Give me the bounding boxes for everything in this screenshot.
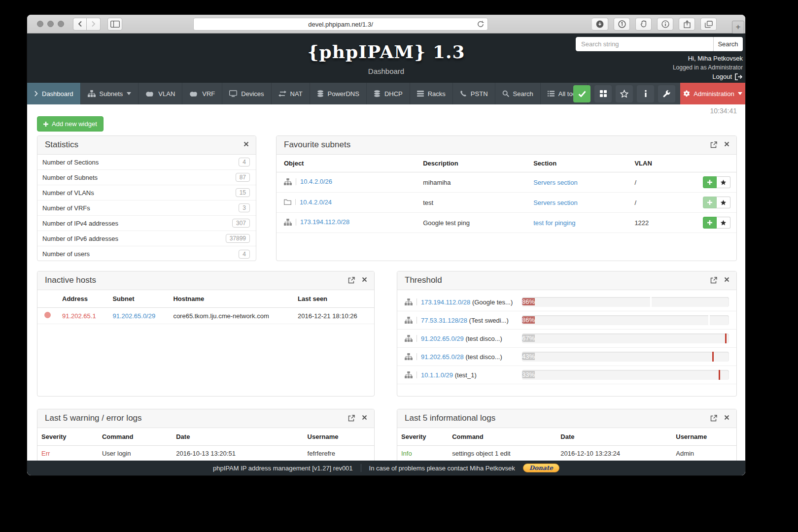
favourite-subnets-widget: Favourite subnets Object Description Sec…: [276, 135, 737, 261]
subnet-desc: (Test swedi...): [469, 317, 509, 324]
nav-item-vlan[interactable]: VLAN: [139, 83, 182, 104]
info-icon: [644, 90, 647, 97]
close-icon[interactable]: [362, 277, 367, 284]
nav-item-subnets[interactable]: Subnets: [81, 83, 139, 104]
nav-item-pstn[interactable]: PSTN: [453, 83, 495, 104]
clock: 10:34:41: [37, 104, 737, 115]
sidebar-button[interactable]: [107, 18, 122, 31]
chevron-right-icon: [34, 91, 38, 97]
forward-button[interactable]: [87, 18, 101, 31]
new-tab-button[interactable]: +: [732, 21, 744, 34]
log-row: Info settings object 1 edit 2016-12-10 1…: [397, 446, 736, 461]
nav-item-dashboard[interactable]: Dashboard: [27, 83, 81, 104]
downloads-button[interactable]: [592, 18, 608, 31]
info-extension-button[interactable]: [657, 18, 673, 31]
subnet-link[interactable]: 10.4.2.0/24: [300, 199, 332, 206]
widgets-button[interactable]: [594, 85, 612, 102]
subnet-link[interactable]: 10.4.2.0/26: [300, 178, 332, 185]
column-header: VLAN: [630, 155, 694, 172]
content-blocker-button[interactable]: [635, 18, 652, 31]
add-address-button[interactable]: [703, 176, 717, 188]
open-external-icon[interactable]: [710, 141, 717, 148]
donate-button[interactable]: Donate: [523, 464, 559, 472]
subnet-link[interactable]: 10.1.1.0/29: [421, 371, 453, 379]
section-link[interactable]: Servers section: [533, 179, 578, 186]
tools-button[interactable]: [658, 85, 675, 102]
subnet-link[interactable]: 91.202.65.0/29: [112, 312, 155, 320]
nav-item-nat[interactable]: NAT: [272, 83, 310, 104]
section-link[interactable]: Servers section: [533, 199, 578, 206]
close-window-button[interactable]: [37, 21, 43, 27]
add-address-button[interactable]: [703, 217, 717, 229]
password-extension-button[interactable]: [614, 18, 630, 31]
reload-icon[interactable]: [477, 21, 484, 28]
usage-progress-bar: 86%: [522, 315, 729, 325]
subnet-link[interactable]: 91.202.65.0/29: [421, 335, 464, 342]
favourites-button[interactable]: [616, 85, 633, 102]
unfavourite-button[interactable]: [717, 176, 730, 188]
tab-overview-button[interactable]: [700, 18, 717, 31]
close-icon[interactable]: [724, 277, 729, 284]
favourite-subnet-row: 10.4.2.0/26 mihamiha Servers section /: [277, 172, 736, 193]
folder-icon: [284, 199, 296, 205]
usage-progress-bar: 43%: [522, 352, 729, 362]
share-button[interactable]: [679, 18, 695, 31]
search-input[interactable]: [576, 37, 713, 51]
column-header: Date: [556, 428, 672, 446]
open-external-icon[interactable]: [348, 415, 355, 422]
nav-item-powerdns[interactable]: PowerDNS: [310, 83, 367, 104]
nav-item-search[interactable]: Search: [495, 83, 541, 104]
address-link[interactable]: 91.202.65.1: [62, 312, 96, 320]
add-address-button[interactable]: [703, 197, 717, 208]
exchange-icon: [278, 91, 286, 97]
bars-icon: [417, 91, 424, 97]
nav-item-racks[interactable]: Racks: [410, 83, 453, 104]
threshold-list: 173.194.112.0/28 (Google tes...) 86% 77.…: [397, 290, 736, 384]
nav-item-devices[interactable]: Devices: [222, 83, 271, 104]
subnet-link[interactable]: 91.202.65.0/28: [421, 353, 464, 361]
share-icon: [684, 20, 691, 28]
close-icon[interactable]: [724, 415, 729, 422]
back-button[interactable]: [73, 18, 87, 31]
threshold-row: 91.202.65.0/29 (test disco...) 67%: [397, 330, 736, 348]
nav-item-dhcp[interactable]: DHCP: [367, 83, 410, 104]
open-external-icon[interactable]: [710, 415, 717, 422]
column-header: Severity: [37, 428, 98, 446]
inactive-hosts-widget: Inactive hosts Address Subnet: [37, 271, 375, 397]
address-bar[interactable]: devel.phpipam.net/1.3/: [193, 18, 488, 31]
open-external-icon[interactable]: [348, 277, 355, 284]
administration-menu[interactable]: Administration: [680, 83, 745, 104]
close-icon[interactable]: [243, 141, 249, 147]
log-command: User login: [98, 446, 172, 461]
close-icon[interactable]: [362, 415, 367, 422]
informational-logs-widget: Last 5 informational logs Severity Comma…: [397, 409, 737, 461]
forward-icon: [91, 21, 96, 27]
subnet-link[interactable]: 173.194.112.0/28: [300, 218, 349, 226]
cloud-icon: [145, 91, 154, 97]
subnet-description: mihamiha: [419, 172, 529, 193]
close-icon[interactable]: [724, 141, 729, 148]
subnet-link[interactable]: 77.53.31.128/28: [421, 317, 467, 324]
log-date: 2016-12-10 13:23:24: [556, 446, 672, 461]
open-external-icon[interactable]: [710, 277, 717, 284]
stat-badge: 4: [239, 158, 250, 166]
instructions-button[interactable]: [637, 85, 654, 102]
minimize-window-button[interactable]: [47, 21, 54, 27]
usage-progress-bar: 86%: [522, 297, 729, 307]
unfavourite-button[interactable]: [717, 197, 730, 208]
header-search-button[interactable]: Search: [713, 37, 743, 51]
zoom-window-button[interactable]: [58, 21, 64, 27]
widget-title: Threshold: [405, 275, 442, 285]
column-header: Username: [304, 428, 374, 446]
nav-item-vrf[interactable]: VRF: [182, 83, 222, 104]
logout-link[interactable]: Logout: [712, 73, 743, 80]
widget-title: Statistics: [45, 140, 78, 149]
unfavourite-button[interactable]: [717, 217, 730, 229]
subnet-desc: (test disco...): [465, 353, 502, 361]
add-widget-button[interactable]: Add new widget: [37, 116, 104, 132]
subnet-link[interactable]: 173.194.112.0/28: [421, 299, 470, 306]
ping-status-button[interactable]: [573, 85, 590, 102]
section-link[interactable]: test for pinging: [533, 219, 575, 227]
plus-icon: [707, 180, 712, 185]
widget-title: Last 5 informational logs: [405, 413, 495, 423]
